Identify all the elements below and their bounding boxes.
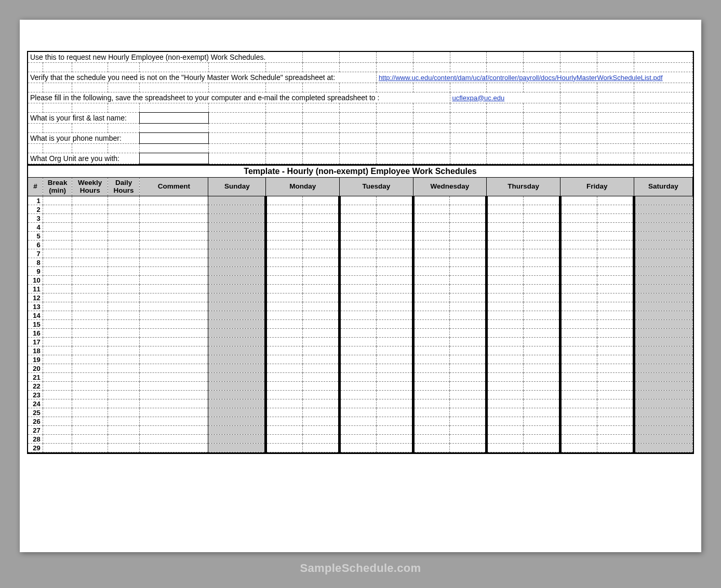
- cell-break[interactable]: [43, 223, 72, 232]
- cell-monday-a[interactable]: [266, 267, 303, 276]
- cell-friday-a[interactable]: [560, 426, 597, 435]
- cell-comment[interactable]: [140, 276, 208, 285]
- cell-tuesday-a[interactable]: [340, 240, 377, 249]
- cell-tuesday-a[interactable]: [340, 355, 377, 364]
- cell-break[interactable]: [43, 205, 72, 214]
- cell-friday-b[interactable]: [597, 311, 634, 320]
- cell-daily[interactable]: [108, 391, 139, 399]
- cell-tuesday-a[interactable]: [340, 223, 377, 232]
- cell-sunday[interactable]: [208, 285, 266, 293]
- cell-tuesday-a[interactable]: [340, 276, 377, 285]
- cell-sunday[interactable]: [208, 408, 266, 417]
- cell-thursday-b[interactable]: [524, 320, 560, 329]
- cell-weekly[interactable]: [72, 435, 108, 444]
- cell-wednesday-a[interactable]: [413, 267, 450, 276]
- cell-wednesday-b[interactable]: [450, 249, 487, 258]
- cell-monday-a[interactable]: [266, 417, 303, 426]
- cell-tuesday-b[interactable]: [376, 196, 413, 205]
- cell-wednesday-b[interactable]: [450, 373, 487, 382]
- cell-thursday-b[interactable]: [524, 355, 560, 364]
- cell-daily[interactable]: [108, 435, 139, 444]
- cell-monday-b[interactable]: [303, 214, 340, 223]
- cell-wednesday-b[interactable]: [450, 320, 487, 329]
- cell-sunday[interactable]: [208, 302, 266, 311]
- cell-friday-a[interactable]: [560, 223, 597, 232]
- cell-thursday-b[interactable]: [524, 223, 560, 232]
- cell-saturday[interactable]: [634, 249, 692, 258]
- cell-thursday-a[interactable]: [487, 267, 524, 276]
- cell-friday-b[interactable]: [597, 346, 634, 355]
- cell-saturday[interactable]: [634, 223, 692, 232]
- cell-wednesday-a[interactable]: [413, 355, 450, 364]
- cell-thursday-b[interactable]: [524, 205, 560, 214]
- cell-tuesday-a[interactable]: [340, 435, 377, 444]
- cell-tuesday-b[interactable]: [376, 232, 413, 240]
- cell-friday-b[interactable]: [597, 364, 634, 373]
- cell-friday-b[interactable]: [597, 205, 634, 214]
- cell-tuesday-a[interactable]: [340, 196, 377, 205]
- cell-tuesday-b[interactable]: [376, 408, 413, 417]
- cell-wednesday-b[interactable]: [450, 267, 487, 276]
- cell-monday-a[interactable]: [266, 373, 303, 382]
- cell-tuesday-a[interactable]: [340, 249, 377, 258]
- cell-tuesday-a[interactable]: [340, 364, 377, 373]
- cell-tuesday-b[interactable]: [376, 320, 413, 329]
- cell-tuesday-b[interactable]: [376, 214, 413, 223]
- cell-tuesday-a[interactable]: [340, 285, 377, 293]
- cell-sunday[interactable]: [208, 346, 266, 355]
- cell-daily[interactable]: [108, 399, 139, 408]
- cell-comment[interactable]: [140, 417, 208, 426]
- cell-comment[interactable]: [140, 338, 208, 346]
- cell-monday-a[interactable]: [266, 214, 303, 223]
- cell-tuesday-b[interactable]: [376, 373, 413, 382]
- cell-wednesday-a[interactable]: [413, 276, 450, 285]
- cell-monday-a[interactable]: [266, 205, 303, 214]
- cell-monday-b[interactable]: [303, 329, 340, 338]
- cell-wednesday-a[interactable]: [413, 346, 450, 355]
- cell-wednesday-b[interactable]: [450, 346, 487, 355]
- cell-comment[interactable]: [140, 205, 208, 214]
- cell-tuesday-a[interactable]: [340, 311, 377, 320]
- cell-break[interactable]: [43, 258, 72, 267]
- cell-friday-a[interactable]: [560, 267, 597, 276]
- cell-wednesday-a[interactable]: [413, 338, 450, 346]
- cell-wednesday-a[interactable]: [413, 444, 450, 452]
- cell-wednesday-b[interactable]: [450, 426, 487, 435]
- cell-monday-a[interactable]: [266, 408, 303, 417]
- cell-thursday-a[interactable]: [487, 258, 524, 267]
- cell-wednesday-b[interactable]: [450, 311, 487, 320]
- cell-monday-a[interactable]: [266, 258, 303, 267]
- cell-saturday[interactable]: [634, 444, 692, 452]
- cell-thursday-b[interactable]: [524, 214, 560, 223]
- cell-comment[interactable]: [140, 329, 208, 338]
- cell-thursday-a[interactable]: [487, 355, 524, 364]
- cell-wednesday-b[interactable]: [450, 214, 487, 223]
- cell-thursday-a[interactable]: [487, 320, 524, 329]
- cell-friday-b[interactable]: [597, 232, 634, 240]
- cell-friday-a[interactable]: [560, 249, 597, 258]
- cell-friday-b[interactable]: [597, 214, 634, 223]
- cell-saturday[interactable]: [634, 417, 692, 426]
- cell-monday-a[interactable]: [266, 196, 303, 205]
- cell-weekly[interactable]: [72, 426, 108, 435]
- cell-sunday[interactable]: [208, 382, 266, 391]
- cell-friday-a[interactable]: [560, 373, 597, 382]
- cell-tuesday-b[interactable]: [376, 276, 413, 285]
- cell-wednesday-a[interactable]: [413, 417, 450, 426]
- cell-thursday-b[interactable]: [524, 293, 560, 302]
- cell-monday-b[interactable]: [303, 426, 340, 435]
- cell-tuesday-b[interactable]: [376, 293, 413, 302]
- cell-daily[interactable]: [108, 293, 139, 302]
- cell-friday-b[interactable]: [597, 426, 634, 435]
- cell-sunday[interactable]: [208, 214, 266, 223]
- cell-tuesday-a[interactable]: [340, 399, 377, 408]
- cell-thursday-b[interactable]: [524, 302, 560, 311]
- cell-saturday[interactable]: [634, 285, 692, 293]
- cell-comment[interactable]: [140, 355, 208, 364]
- cell-daily[interactable]: [108, 267, 139, 276]
- cell-comment[interactable]: [140, 214, 208, 223]
- cell-wednesday-a[interactable]: [413, 329, 450, 338]
- cell-saturday[interactable]: [634, 435, 692, 444]
- cell-weekly[interactable]: [72, 417, 108, 426]
- cell-sunday[interactable]: [208, 249, 266, 258]
